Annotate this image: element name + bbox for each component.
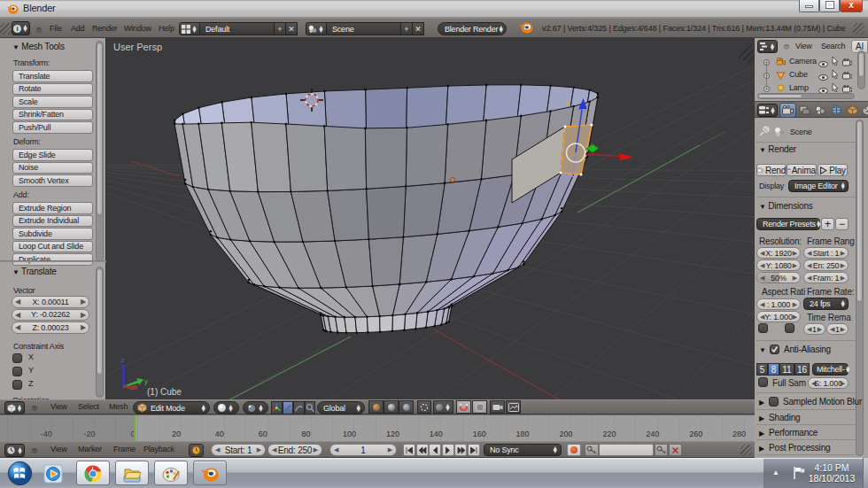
svg-text:y: y xyxy=(144,377,148,385)
svg-text:(1) Cube: (1) Cube xyxy=(147,387,182,397)
svg-text:User Persp: User Persp xyxy=(113,42,162,52)
svg-text:z: z xyxy=(121,356,125,364)
